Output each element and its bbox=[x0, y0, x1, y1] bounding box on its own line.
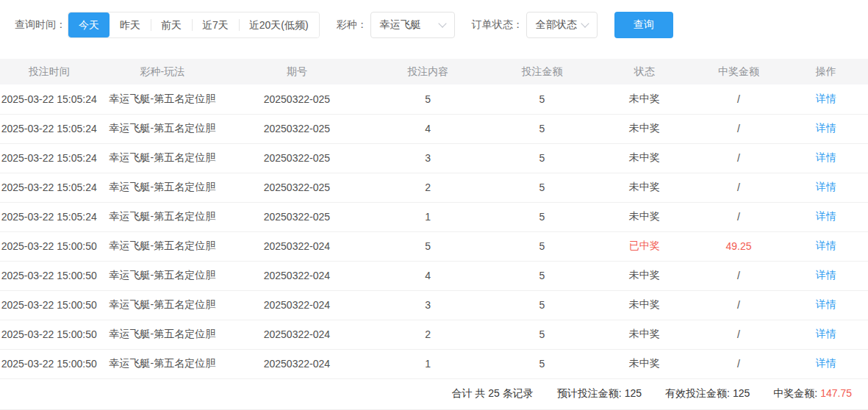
cell-prize: / bbox=[694, 290, 784, 320]
column-header-issue: 期号 bbox=[226, 59, 367, 84]
cell-play: 幸运飞艇-第五名定位胆 bbox=[98, 320, 226, 349]
cell-content: 4 bbox=[367, 114, 489, 143]
filter-bar: 查询时间： 今天昨天前天近7天近20天(低频) 彩种： 幸运飞艇 订单状态： 全… bbox=[15, 12, 868, 38]
cell-time: 2025-03-22 15:05:24 bbox=[0, 114, 98, 143]
table-row: 2025-03-22 15:00:50幸运飞艇-第五名定位胆20250322-0… bbox=[0, 231, 868, 261]
cell-action: 详情 bbox=[783, 261, 868, 290]
time-option-3[interactable]: 近7天 bbox=[192, 12, 239, 37]
column-header-prize: 中奖金额 bbox=[694, 59, 784, 84]
detail-link[interactable]: 详情 bbox=[816, 269, 836, 281]
cell-time: 2025-03-22 15:00:50 bbox=[0, 349, 98, 378]
cell-issue: 20250322-025 bbox=[226, 173, 367, 202]
cell-time: 2025-03-22 15:00:50 bbox=[0, 261, 98, 290]
table-row: 2025-03-22 15:05:24幸运飞艇-第五名定位胆20250322-0… bbox=[0, 202, 868, 231]
cell-content: 1 bbox=[367, 349, 489, 378]
query-button[interactable]: 查询 bbox=[614, 12, 673, 38]
cell-time: 2025-03-22 15:05:24 bbox=[0, 202, 98, 231]
orders-table: 投注时间 彩种-玩法 期号 投注内容 投注金额 状态 中奖金额 操作 2025-… bbox=[0, 59, 868, 379]
cell-issue: 20250322-024 bbox=[226, 349, 367, 378]
table-row: 2025-03-22 15:05:24幸运飞艇-第五名定位胆20250322-0… bbox=[0, 114, 868, 143]
cell-prize: / bbox=[694, 143, 784, 173]
cell-status: 未中奖 bbox=[595, 261, 693, 290]
cell-play: 幸运飞艇-第五名定位胆 bbox=[98, 202, 226, 231]
cell-action: 详情 bbox=[783, 349, 868, 378]
table-row: 2025-03-22 15:00:50幸运飞艇-第五名定位胆20250322-0… bbox=[0, 290, 868, 320]
cell-content: 2 bbox=[367, 173, 489, 202]
cell-play: 幸运飞艇-第五名定位胆 bbox=[98, 290, 226, 320]
detail-link[interactable]: 详情 bbox=[816, 210, 836, 222]
cell-action: 详情 bbox=[783, 114, 868, 143]
cell-play: 幸运飞艇-第五名定位胆 bbox=[98, 231, 226, 261]
cell-issue: 20250322-024 bbox=[226, 290, 367, 320]
detail-link[interactable]: 详情 bbox=[816, 93, 836, 104]
cell-issue: 20250322-025 bbox=[226, 202, 367, 231]
cell-action: 详情 bbox=[783, 320, 868, 349]
cell-status: 未中奖 bbox=[595, 84, 693, 114]
detail-link[interactable]: 详情 bbox=[816, 181, 836, 193]
cell-play: 幸运飞艇-第五名定位胆 bbox=[98, 261, 226, 290]
time-option-1[interactable]: 昨天 bbox=[110, 12, 151, 37]
cell-status: 未中奖 bbox=[595, 290, 693, 320]
cell-content: 1 bbox=[367, 202, 489, 231]
time-filter-label: 查询时间： bbox=[15, 18, 66, 32]
detail-link[interactable]: 详情 bbox=[816, 240, 836, 251]
column-header-operation: 操作 bbox=[783, 59, 868, 84]
cell-play: 幸运飞艇-第五名定位胆 bbox=[98, 173, 226, 202]
cell-action: 详情 bbox=[783, 290, 868, 320]
time-range-group: 今天昨天前天近7天近20天(低频) bbox=[68, 12, 320, 38]
column-header-play: 彩种-玩法 bbox=[98, 59, 226, 84]
cell-time: 2025-03-22 15:05:24 bbox=[0, 143, 98, 173]
valid-bet-total: 有效投注金额:125 bbox=[665, 387, 750, 400]
column-header-content: 投注内容 bbox=[367, 59, 489, 84]
cell-issue: 20250322-024 bbox=[226, 320, 367, 349]
detail-link[interactable]: 详情 bbox=[816, 357, 836, 369]
table-row: 2025-03-22 15:00:50幸运飞艇-第五名定位胆20250322-0… bbox=[0, 349, 868, 378]
cell-play: 幸运飞艇-第五名定位胆 bbox=[98, 84, 226, 114]
record-count: 合计 共 25 条记录 bbox=[452, 387, 534, 400]
cell-prize: / bbox=[694, 261, 784, 290]
cell-amount: 5 bbox=[489, 349, 595, 378]
column-header-status: 状态 bbox=[595, 59, 693, 84]
cell-time: 2025-03-22 15:00:50 bbox=[0, 231, 98, 261]
column-header-bet-time: 投注时间 bbox=[0, 59, 98, 84]
cell-prize: / bbox=[694, 349, 784, 378]
cell-issue: 20250322-024 bbox=[226, 261, 367, 290]
detail-link[interactable]: 详情 bbox=[816, 298, 836, 310]
cell-status: 未中奖 bbox=[595, 143, 693, 173]
cell-content: 2 bbox=[367, 320, 489, 349]
detail-link[interactable]: 详情 bbox=[816, 151, 836, 163]
cell-status: 未中奖 bbox=[595, 173, 693, 202]
cell-prize: / bbox=[694, 84, 784, 114]
cell-action: 详情 bbox=[783, 231, 868, 261]
table-row: 2025-03-22 15:00:50幸运飞艇-第五名定位胆20250322-0… bbox=[0, 261, 868, 290]
lottery-select[interactable]: 幸运飞艇 bbox=[370, 12, 455, 38]
time-option-4[interactable]: 近20天(低频) bbox=[239, 12, 319, 37]
cell-play: 幸运飞艇-第五名定位胆 bbox=[98, 143, 226, 173]
detail-link[interactable]: 详情 bbox=[816, 328, 836, 339]
lottery-filter-label: 彩种： bbox=[337, 18, 367, 32]
chevron-down-icon bbox=[438, 19, 446, 27]
orders-table-body: 2025-03-22 15:05:24幸运飞艇-第五名定位胆20250322-0… bbox=[0, 84, 868, 378]
lottery-select-value: 幸运飞艇 bbox=[380, 18, 421, 32]
time-option-2[interactable]: 前天 bbox=[151, 12, 192, 37]
cell-status: 未中奖 bbox=[595, 349, 693, 378]
cell-prize: / bbox=[694, 114, 784, 143]
cell-action: 详情 bbox=[783, 143, 868, 173]
order-status-select[interactable]: 全部状态 bbox=[526, 12, 598, 38]
cell-issue: 20250322-024 bbox=[226, 231, 367, 261]
cell-status: 已中奖 bbox=[595, 231, 693, 261]
order-status-label: 订单状态： bbox=[472, 18, 523, 32]
cell-status: 未中奖 bbox=[595, 202, 693, 231]
cell-amount: 5 bbox=[489, 114, 595, 143]
cell-play: 幸运飞艇-第五名定位胆 bbox=[98, 349, 226, 378]
detail-link[interactable]: 详情 bbox=[816, 122, 836, 134]
cell-amount: 5 bbox=[489, 202, 595, 231]
time-option-0[interactable]: 今天 bbox=[68, 12, 110, 37]
cell-play: 幸运飞艇-第五名定位胆 bbox=[98, 114, 226, 143]
cell-amount: 5 bbox=[489, 173, 595, 202]
expected-bet-total: 预计投注金额:125 bbox=[557, 387, 642, 400]
order-status-value: 全部状态 bbox=[536, 18, 577, 32]
cell-status: 未中奖 bbox=[595, 320, 693, 349]
cell-amount: 5 bbox=[489, 143, 595, 173]
cell-issue: 20250322-025 bbox=[226, 143, 367, 173]
